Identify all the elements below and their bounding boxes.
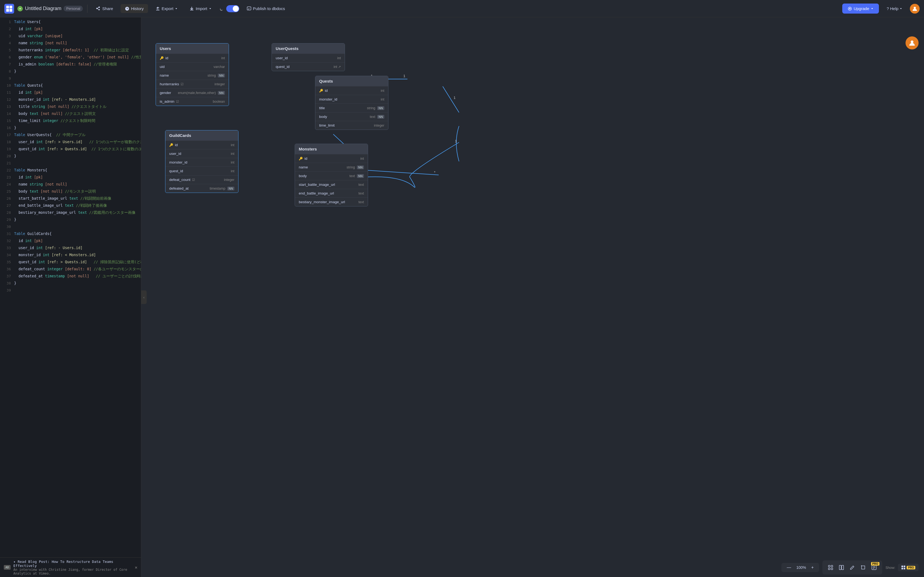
code-line-20: 20}	[0, 154, 141, 161]
split-view-button[interactable]	[837, 562, 846, 572]
zoom-level: 100%	[794, 565, 808, 570]
table-guildcards[interactable]: GuildCards 🔑 id int user_id int monster_…	[165, 130, 238, 193]
dark-mode-toggle[interactable]	[226, 5, 239, 12]
app-logo[interactable]	[4, 4, 14, 14]
ad-title[interactable]: ✦ Read Blog Post: How To Restructure Dat…	[13, 559, 132, 568]
user-avatar[interactable]	[910, 4, 920, 14]
code-line-25: 25 body text [not null] //モンスター説明	[0, 189, 141, 196]
svg-rect-22	[831, 565, 833, 567]
code-line-2: 2 id int [pk]	[0, 27, 141, 34]
upgrade-button[interactable]: Upgrade	[842, 3, 879, 14]
collapse-panel-button[interactable]: ‹	[141, 290, 146, 304]
code-line-32: 32 id int [pk]	[0, 239, 141, 246]
share-button[interactable]: Share	[92, 4, 118, 13]
code-line-5: 5 hunterranks integer [default: 1] // 初期…	[0, 48, 141, 55]
svg-text:*: *	[434, 170, 435, 174]
table-userquests-header: UserQuests	[272, 44, 344, 53]
export-button[interactable]: Export	[151, 4, 182, 13]
help-button[interactable]: ? Help	[882, 3, 906, 14]
table-userquests-row-userid[interactable]: user_id int	[272, 53, 344, 62]
connections-overlay: 1 1 1 1 1 1 * *	[141, 18, 924, 577]
table-users-row-id[interactable]: 🔑 id int	[156, 53, 229, 62]
table-guildcards-row-id[interactable]: 🔑 id int	[166, 140, 238, 149]
code-line-7: 7 is_admin boolean [default: false] //管理…	[0, 62, 141, 69]
code-line-34: 34 monster_id int [ref: < Monsters.id]	[0, 253, 141, 260]
svg-rect-26	[842, 565, 844, 570]
code-line-22: 22Table Monsters{	[0, 168, 141, 175]
table-monsters-header: Monsters	[295, 144, 368, 154]
code-line-15: 15 time_limit integer //クエスト制限時間	[0, 118, 141, 126]
svg-text:1: 1	[455, 139, 457, 143]
diagram-canvas[interactable]: ‹ 1 1 1 1 1 1 * *	[141, 18, 924, 577]
pencil-tool-button[interactable]	[847, 562, 857, 572]
diagram-user-avatar[interactable]	[906, 36, 919, 50]
code-line-24: 24 name string [not null]	[0, 182, 141, 189]
table-quests-row-id[interactable]: 🔑 id int	[316, 86, 388, 95]
diagram-badge: Personal	[64, 6, 83, 11]
table-monsters-row-endbattle[interactable]: end_battle_image_url text	[295, 189, 368, 198]
table-users-header: Users	[156, 44, 229, 53]
table-monsters-row-body[interactable]: body text NN	[295, 171, 368, 180]
table-monsters-row-name[interactable]: name string NN	[295, 163, 368, 171]
table-guildcards-row-defeatedat[interactable]: defeated_at timestamp NN	[166, 184, 238, 193]
table-users[interactable]: Users 🔑 id int uid varchar name string N…	[156, 43, 229, 106]
table-users-row-name[interactable]: name string NN	[156, 71, 229, 80]
code-line-11: 11 id int [pk]	[0, 90, 141, 97]
code-line-23: 23 id int [pk]	[0, 175, 141, 182]
ad-close-button[interactable]: ✕	[135, 565, 137, 570]
zoom-out-button[interactable]: —	[786, 565, 792, 570]
table-quests-row-monsterid[interactable]: monster_id int	[316, 95, 388, 103]
table-monsters-row-startbattle[interactable]: start_battle_image_url text	[295, 180, 368, 189]
pro-tool-button[interactable]: PRO	[869, 562, 879, 572]
table-userquests[interactable]: UserQuests user_id int quest_id int ↗	[272, 43, 345, 71]
table-quests-row-timelimit[interactable]: time_limit integer	[316, 121, 388, 130]
table-guildcards-row-userid[interactable]: user_id int	[166, 149, 238, 158]
table-quests-row-body[interactable]: body text NN	[316, 112, 388, 121]
svg-rect-0	[6, 6, 9, 8]
code-line-37: 37 defeated_at timestamp [not null] // ユ…	[0, 274, 141, 281]
code-line-18: 18 user_id int [ref: > Users.id] // 1つのユ…	[0, 140, 141, 147]
table-userquests-row-questid[interactable]: quest_id int ↗	[272, 62, 344, 71]
code-line-3: 3 uid varchar [unique]	[0, 34, 141, 41]
code-line-4: 4 name string [not null]	[0, 41, 141, 48]
table-guildcards-row-questid[interactable]: quest_id int	[166, 166, 238, 175]
crop-tool-button[interactable]	[858, 562, 868, 572]
diagram-name[interactable]: Untitled Diagram	[25, 6, 61, 11]
table-quests[interactable]: Quests 🔑 id int monster_id int title str…	[315, 76, 388, 130]
table-users-row-gender[interactable]: gender enum(male,female,other) NN	[156, 88, 229, 97]
show-options-button[interactable]: PRO	[898, 564, 919, 571]
table-guildcards-header: GuildCards	[166, 131, 238, 140]
table-guildcards-row-monsterid[interactable]: monster_id int	[166, 158, 238, 166]
show-options: Show: PRO	[885, 564, 919, 571]
svg-rect-1	[10, 6, 12, 8]
table-monsters-row-bestiary[interactable]: bestiary_monster_image_url text	[295, 198, 368, 206]
fit-screen-button[interactable]	[826, 562, 835, 572]
svg-line-17	[364, 170, 439, 175]
svg-text:1: 1	[454, 96, 456, 100]
code-line-10: 10Table Quests{	[0, 83, 141, 90]
code-editor[interactable]: 1Table Users{ 2 id int [pk] 3 uid varcha…	[0, 18, 141, 577]
table-monsters[interactable]: Monsters 🔑 id int name string NN body te…	[295, 144, 368, 206]
table-users-row-hunterranks[interactable]: hunterranks ☑ integer	[156, 80, 229, 88]
table-users-row-uid[interactable]: uid varchar	[156, 62, 229, 71]
table-quests-row-title[interactable]: title string NN	[316, 103, 388, 112]
code-line-17: 17Table UserQuests{ // 中間テーブル	[0, 132, 141, 140]
code-line-33: 33 user_id int [ref: - Users.id]	[0, 246, 141, 253]
code-line-1: 1Table Users{	[0, 19, 141, 27]
publish-button[interactable]: Publish to dbdocs	[243, 4, 289, 13]
ad-content: ✦ Read Blog Post: How To Restructure Dat…	[13, 559, 132, 575]
svg-rect-30	[901, 568, 903, 569]
show-label: Show:	[885, 566, 895, 570]
svg-point-7	[914, 7, 916, 9]
zoom-in-button[interactable]: +	[810, 565, 815, 570]
svg-rect-21	[828, 565, 830, 567]
table-monsters-row-id[interactable]: 🔑 id int	[295, 154, 368, 163]
table-users-row-isadmin[interactable]: is_admin ☑ boolean	[156, 97, 229, 106]
code-line-28: 28 bestiary_monster_image_url text //図鑑用…	[0, 210, 141, 217]
svg-rect-28	[901, 566, 903, 567]
main-area: 1Table Users{ 2 id int [pk] 3 uid varcha…	[0, 18, 924, 577]
import-button[interactable]: Import	[185, 4, 216, 13]
table-guildcards-row-defeatcount[interactable]: defeat_count ☑ integer	[166, 175, 238, 184]
history-button[interactable]: History	[121, 4, 148, 13]
code-lines: 1Table Users{ 2 id int [pk] 3 uid varcha…	[0, 18, 141, 297]
